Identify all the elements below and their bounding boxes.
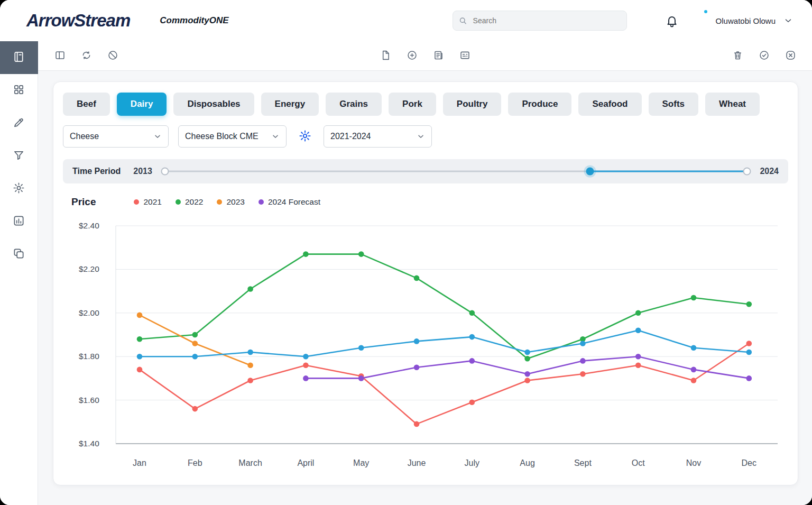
sidebar-item-chart-bars[interactable]	[0, 205, 38, 238]
svg-text:March: March	[238, 458, 262, 467]
tab-dairy[interactable]: Dairy	[117, 93, 167, 116]
series-select-value: Cheese Block CME	[185, 132, 259, 141]
toolbar-button-check-circle[interactable]	[756, 48, 772, 64]
layers-box-icon	[13, 247, 25, 261]
file-icon	[380, 50, 391, 62]
slider-handle-end[interactable]	[743, 168, 751, 176]
product-name: CommodityONE	[160, 15, 228, 26]
chevron-down-icon	[271, 132, 280, 141]
toolbar-button-form-card[interactable]	[457, 48, 473, 64]
user-avatar[interactable]	[687, 10, 708, 31]
time-period-bar: Time Period 2013 2024	[63, 159, 788, 183]
svg-text:June: June	[408, 458, 426, 467]
sidebar-item-journal[interactable]	[0, 41, 38, 74]
time-period-start: 2013	[133, 167, 152, 176]
chart-header: Price 2021202220232024 Forecast	[63, 196, 788, 208]
apps-grid-icon	[13, 84, 25, 97]
sidebar-item-edit-pencil[interactable]	[0, 107, 38, 140]
toolbar-button-sync-arrows[interactable]	[78, 48, 94, 64]
tab-seafood[interactable]: Seafood	[578, 93, 641, 116]
legend-item-2022[interactable]: 2022	[176, 197, 203, 207]
sidebar-item-layers-box[interactable]	[0, 238, 38, 271]
page-toolbar	[38, 41, 812, 71]
toolbar-button-close-square[interactable]	[782, 48, 798, 64]
filter-funnel-icon	[13, 149, 25, 163]
svg-text:April: April	[297, 458, 314, 467]
legend-dot	[176, 199, 181, 205]
year-range-select[interactable]: 2021-2024	[324, 125, 432, 148]
online-status-dot	[703, 9, 708, 14]
journal-icon	[13, 51, 25, 65]
toolbar-button-add-circle[interactable]	[404, 48, 420, 64]
legend-item-2021[interactable]: 2021	[134, 197, 161, 207]
app-window: ArrowStream CommodityONE Oluwatobi Olowu	[0, 0, 812, 505]
toolbar-button-layout-columns[interactable]	[52, 48, 68, 64]
legend-item-2024-forecast[interactable]: 2024 Forecast	[259, 197, 320, 207]
svg-text:$1.40: $1.40	[79, 439, 99, 448]
toolbar-button-trash[interactable]	[730, 48, 745, 64]
top-bar: ArrowStream CommodityONE Oluwatobi Olowu	[0, 0, 812, 41]
sidebar-item-apps-grid[interactable]	[0, 74, 38, 107]
tab-poultry[interactable]: Poultry	[443, 93, 502, 116]
legend-label: 2022	[185, 197, 203, 207]
tab-softs[interactable]: Softs	[649, 93, 699, 116]
commodity-card: BeefDairyDisposablesEnergyGrainsPorkPoul…	[53, 81, 798, 485]
svg-text:Sept: Sept	[574, 458, 592, 467]
time-period-slider[interactable]	[165, 167, 748, 176]
tab-energy[interactable]: Energy	[261, 93, 319, 116]
chart-area: $2.40$2.20$2.00$1.80$1.60$1.40JanFebMarc…	[63, 212, 788, 476]
tab-grains[interactable]: Grains	[326, 93, 382, 116]
svg-text:Nov: Nov	[686, 458, 701, 467]
user-area: Oluwatobi Olowu	[665, 10, 793, 31]
chevron-down-icon[interactable]	[783, 16, 793, 25]
tab-disposables[interactable]: Disposables	[173, 93, 254, 116]
notifications-bell-icon[interactable]	[665, 14, 679, 27]
sidebar-item-settings-gear[interactable]	[0, 172, 38, 205]
svg-text:$2.20: $2.20	[79, 264, 99, 273]
legend-label: 2024 Forecast	[268, 197, 320, 207]
tab-produce[interactable]: Produce	[508, 93, 571, 116]
legend-dot	[217, 199, 222, 205]
sidebar-item-filter-funnel[interactable]	[0, 140, 38, 172]
tab-beef[interactable]: Beef	[63, 93, 110, 116]
search-input[interactable]	[453, 11, 627, 31]
toolbar-button-slash-circle[interactable]	[105, 48, 121, 64]
brand-logo: ArrowStream	[26, 11, 130, 31]
tab-wheat[interactable]: Wheat	[705, 93, 760, 116]
commodity-select[interactable]: Cheese	[63, 125, 169, 148]
slider-handle-min[interactable]	[161, 168, 169, 176]
legend-label: 2021	[143, 197, 161, 207]
user-name: Oluwatobi Olowu	[716, 16, 776, 25]
svg-text:$1.60: $1.60	[79, 396, 99, 405]
svg-text:Oct: Oct	[632, 458, 645, 467]
slider-handle-start[interactable]	[586, 168, 594, 176]
legend-dot	[259, 199, 264, 205]
series-select[interactable]: Cheese Block CME	[178, 125, 287, 148]
edit-pencil-icon	[13, 116, 25, 130]
add-circle-icon	[407, 50, 418, 62]
form-card-icon	[459, 50, 470, 62]
svg-text:Aug: Aug	[520, 458, 534, 467]
check-circle-icon	[759, 50, 770, 62]
legend-item-2023[interactable]: 2023	[217, 197, 244, 207]
chart-title: Price	[71, 196, 96, 208]
toolbar-button-file[interactable]	[377, 48, 393, 64]
settings-gear-icon	[13, 182, 25, 196]
legend-dot	[134, 199, 139, 205]
svg-text:July: July	[465, 458, 479, 467]
toolbar-button-news-doc[interactable]	[430, 48, 446, 64]
toolbar-left-group	[52, 48, 121, 64]
main-content: BeefDairyDisposablesEnergyGrainsPorkPoul…	[38, 71, 812, 505]
price-line-chart: $2.40$2.20$2.00$1.80$1.60$1.40JanFebMarc…	[63, 212, 787, 476]
filter-row: Cheese Cheese Block CME 2021-2024	[63, 125, 788, 148]
slash-circle-icon	[107, 50, 118, 62]
slider-selected-range	[590, 171, 747, 172]
toolbar-center-group	[377, 48, 473, 64]
chart-settings-gear-icon[interactable]	[296, 127, 314, 145]
time-period-end: 2024	[760, 167, 779, 176]
search-icon	[458, 16, 467, 25]
commodity-select-value: Cheese	[70, 132, 99, 141]
svg-text:$1.80: $1.80	[79, 352, 99, 361]
svg-text:Dec: Dec	[742, 458, 756, 467]
tab-pork[interactable]: Pork	[389, 93, 436, 116]
